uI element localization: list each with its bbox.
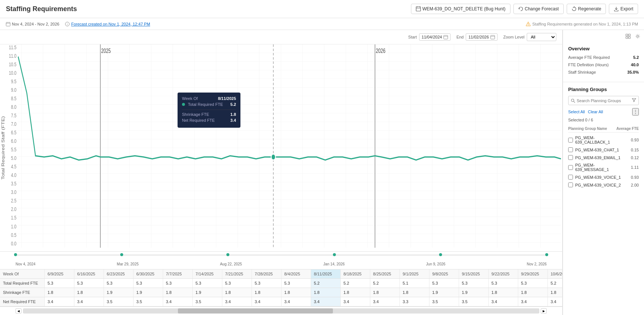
regenerate-icon xyxy=(571,6,577,11)
pg5-checkbox[interactable] xyxy=(568,175,573,180)
zoom-control: Zoom Level All 1 Year 6 Months 3 Months xyxy=(503,33,556,41)
net-val-15: 3.5 xyxy=(459,297,488,306)
y-axis-title: Total Required Staff (FTE) xyxy=(1,116,5,180)
panel-settings-button[interactable] xyxy=(634,32,642,41)
col-6: 7/14/2025 xyxy=(192,269,222,279)
total-val-12: 5.2 xyxy=(370,279,399,288)
planning-search-input[interactable] xyxy=(577,98,630,103)
pg4-value: 1.11 xyxy=(628,165,639,170)
svg-rect-55 xyxy=(626,34,628,36)
fte-def-value: 40.0 xyxy=(631,63,639,67)
main-chart: 11.5 11.0 10.5 10.0 9.5 9.0 8.5 8.0 7.5 … xyxy=(0,44,562,251)
total-val-14: 5.3 xyxy=(429,279,459,288)
right-panel: Overview Average FTE Required 5.2 FTE De… xyxy=(563,30,644,315)
net-val-5: 3.4 xyxy=(163,297,192,306)
planning-item-pg5: PG_WEM-639_VOICE_1 0.93 xyxy=(568,173,639,181)
svg-text:8.0: 8.0 xyxy=(11,104,17,110)
col-8: 7/28/2025 xyxy=(252,269,281,279)
col-3: 6/23/2025 xyxy=(104,269,133,279)
svg-text:2.5: 2.5 xyxy=(11,198,17,204)
pg4-checkbox[interactable] xyxy=(568,165,573,170)
data-table-container[interactable]: Week Of 6/9/2025 6/16/2025 6/23/2025 6/3… xyxy=(0,269,562,315)
planning-title: Planning Groups xyxy=(568,87,639,92)
pg6-value: 2.00 xyxy=(628,183,639,187)
timeline-label-4: Jan 14, 2026 xyxy=(323,262,345,266)
scroll-track[interactable] xyxy=(23,308,539,314)
end-date-input[interactable]: 11/02/2026 xyxy=(466,33,497,41)
shrink-val-6: 1.9 xyxy=(192,288,222,297)
shrink-val-12: 1.8 xyxy=(370,288,399,297)
svg-text:7.5: 7.5 xyxy=(11,112,17,118)
col-2: 6/16/2025 xyxy=(74,269,104,279)
total-val-18: 5.2 xyxy=(547,279,562,288)
forecast-button[interactable]: WEM-639_DO_NOT_DELETE (Bug Hunt) xyxy=(411,4,510,14)
pg2-checkbox[interactable] xyxy=(568,147,573,152)
col-4: 6/30/2025 xyxy=(133,269,163,279)
start-date-input[interactable]: 11/04/2024 xyxy=(419,33,451,41)
col-week-of: Week Of xyxy=(0,269,44,279)
calendar-icon-end xyxy=(490,35,495,39)
svg-text:9.0: 9.0 xyxy=(11,87,17,93)
main-content: Start 11/04/2024 End 11/02/2026 Zoom Lev… xyxy=(0,30,644,315)
timeline-labels: Nov 4, 2024 Mar 29, 2025 Aug 22, 2025 Ja… xyxy=(16,262,547,266)
svg-text:1.0: 1.0 xyxy=(11,223,17,229)
regenerate-button[interactable]: Regenerate xyxy=(567,4,606,14)
shrink-val-10: 1.8 xyxy=(311,288,340,297)
more-options-button[interactable]: ⋮ xyxy=(632,108,639,115)
timeline-label-2: Mar 29, 2025 xyxy=(117,262,139,266)
svg-rect-0 xyxy=(416,7,421,11)
scroll-left-button[interactable]: ◀ xyxy=(16,308,21,314)
export-button[interactable]: Export xyxy=(609,4,638,14)
svg-rect-58 xyxy=(628,37,630,38)
col-17: 9/29/2025 xyxy=(518,269,547,279)
timeline-bar xyxy=(16,255,547,255)
filter-button[interactable] xyxy=(632,98,636,103)
net-fte-label: Net Required FTE xyxy=(0,297,44,306)
forecast-link[interactable]: Forecast created on Nov 1, 2024, 12:47 P… xyxy=(71,22,150,26)
shrink-val-8: 1.8 xyxy=(252,288,281,297)
total-val-6: 5.3 xyxy=(192,279,222,288)
pg3-name: PG_WEM-639_EMAIL_1 xyxy=(575,155,626,160)
total-fte-label: Total Required FTE xyxy=(0,279,44,288)
net-val-4: 3.5 xyxy=(133,297,163,306)
svg-point-11 xyxy=(528,25,528,25)
timeline-marker-4 xyxy=(333,253,336,256)
svg-text:10.5: 10.5 xyxy=(9,61,16,67)
forecast-info: i Forecast created on Nov 1, 2024, 12:47… xyxy=(65,22,150,26)
avg-fte-value: 5.2 xyxy=(633,55,639,60)
change-forecast-button[interactable]: Change Forecast xyxy=(513,4,564,14)
select-all-link[interactable]: Select All xyxy=(568,110,585,114)
timeline-marker-6 xyxy=(545,253,548,256)
regenerate-label: Regenerate xyxy=(578,6,601,11)
planning-search-box[interactable] xyxy=(568,96,639,105)
shrinkage-label: Staff Shrinkage xyxy=(568,70,596,74)
pg1-checkbox[interactable] xyxy=(568,138,573,143)
pg3-checkbox[interactable] xyxy=(568,155,573,160)
start-label: Start xyxy=(408,35,417,39)
net-val-7: 3.4 xyxy=(222,297,252,306)
panel-icon-1[interactable] xyxy=(624,32,632,41)
panel-icon-1-svg xyxy=(626,34,631,39)
col-15: 9/15/2025 xyxy=(459,269,488,279)
net-val-17: 3.4 xyxy=(518,297,547,306)
shrink-val-13: 1.8 xyxy=(399,288,429,297)
planning-item-pg4: PG_WEM-639_MESSAGE_1 1.11 xyxy=(568,161,639,173)
clear-all-link[interactable]: Clear All xyxy=(588,110,603,114)
pg6-checkbox[interactable] xyxy=(568,182,573,187)
total-val-9: 5.3 xyxy=(281,279,311,288)
pg5-name: PG_WEM-639_VOICE_1 xyxy=(575,175,626,180)
main-header: Staffing Requirements WEM-639_DO_NOT_DEL… xyxy=(0,0,644,18)
timeline-track xyxy=(16,253,547,261)
col-12: 8/25/2025 xyxy=(370,269,399,279)
calendar-icon-start xyxy=(444,35,448,39)
planning-actions: Select All Clear All ⋮ xyxy=(568,108,639,115)
col-10: 8/11/2025 xyxy=(311,269,340,279)
pg-name-header: Planning Group Name xyxy=(568,127,607,131)
zoom-select[interactable]: All 1 Year 6 Months 3 Months xyxy=(527,33,556,41)
scroll-thumb[interactable] xyxy=(178,308,333,314)
total-val-1: 5.3 xyxy=(44,279,74,288)
scroll-right-button[interactable]: ▶ xyxy=(541,308,547,314)
pg1-name: PG_WEM-639_CALLBACK_1 xyxy=(575,135,626,144)
svg-text:3.0: 3.0 xyxy=(11,189,17,195)
overview-title: Overview xyxy=(568,46,639,51)
